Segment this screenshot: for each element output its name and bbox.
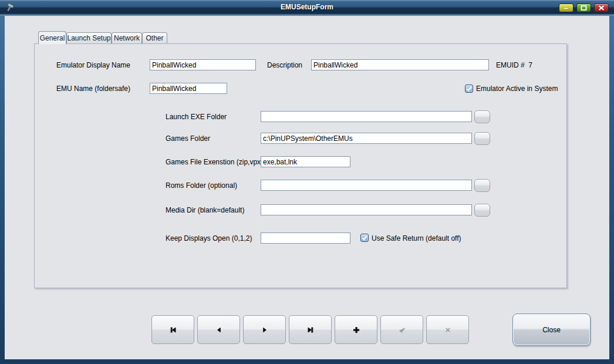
- next-record-icon: [261, 326, 269, 334]
- tab-other[interactable]: Other: [142, 32, 167, 43]
- minimize-button[interactable]: [559, 4, 573, 12]
- cancel-edit-icon: [444, 326, 452, 334]
- insert-record-icon: [352, 326, 360, 334]
- last-record-icon: [306, 326, 315, 334]
- window-title: EMUSetupForm: [0, 3, 614, 11]
- nav-cancel-button[interactable]: [426, 315, 469, 344]
- nav-last-button[interactable]: [289, 315, 332, 344]
- nav-prior-button[interactable]: [197, 315, 240, 344]
- tab-launch-setup[interactable]: Launch Setup: [66, 32, 112, 43]
- close-button[interactable]: Close: [512, 314, 591, 346]
- nav-post-button[interactable]: [380, 315, 423, 344]
- tab-network[interactable]: Network: [112, 32, 142, 43]
- post-edit-icon: [398, 326, 406, 334]
- client-area: General Launch Setup Network Other Emula…: [5, 16, 609, 359]
- close-window-button[interactable]: [594, 4, 609, 12]
- tab-general[interactable]: General: [38, 31, 66, 44]
- nav-next-button[interactable]: [243, 315, 286, 344]
- maximize-button[interactable]: [576, 4, 591, 12]
- nav-insert-button[interactable]: [335, 315, 377, 344]
- first-record-icon: [169, 326, 177, 334]
- emusetup-window: EMUSetupForm General Launch Setup Networ…: [0, 0, 614, 364]
- titlebar: EMUSetupForm: [0, 0, 614, 15]
- nav-first-button[interactable]: [151, 315, 194, 344]
- general-tab-panel: [34, 43, 567, 288]
- prior-record-icon: [215, 326, 223, 334]
